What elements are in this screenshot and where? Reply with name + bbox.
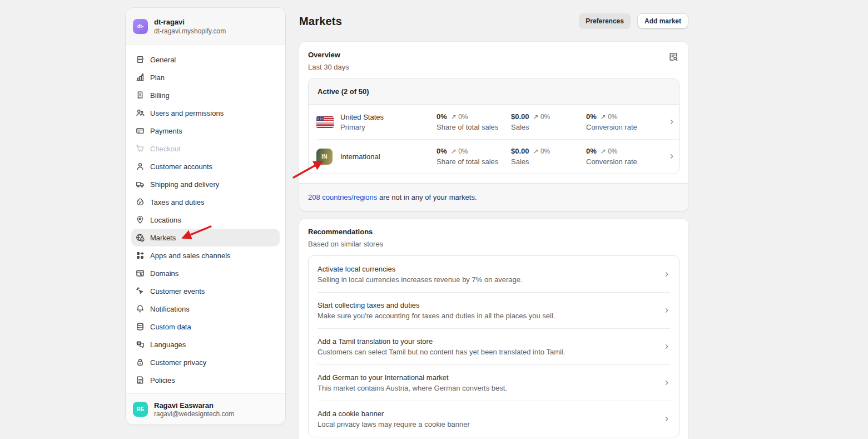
conversion-delta: ↗ 0% — [601, 113, 618, 121]
sidebar-item-label: Languages — [150, 341, 186, 349]
row-chevron — [663, 307, 670, 314]
sidebar-item-shipping-and-delivery[interactable]: Shipping and delivery — [131, 175, 280, 193]
user-name: Ragavi Easwaran — [154, 401, 234, 410]
bell-icon — [136, 304, 145, 313]
database-icon — [136, 322, 145, 331]
recommendations-subtitle: Based on similar stores — [308, 240, 679, 248]
sidebar-item-domains[interactable]: Domains — [131, 264, 280, 282]
sidebar-item-locations[interactable]: Locations — [131, 211, 280, 229]
credit-card-icon — [136, 126, 145, 135]
lock-icon — [136, 358, 145, 367]
recommendation-title: Add German to your International market — [318, 373, 507, 382]
sidebar-item-billing[interactable]: $Billing — [131, 86, 280, 104]
cursor-click-icon — [136, 287, 145, 295]
us-flag-icon — [316, 116, 334, 128]
sidebar-item-notifications[interactable]: Notifications — [131, 300, 280, 318]
sales-value: $0.00 — [511, 147, 529, 155]
user-avatar: RE — [133, 402, 148, 417]
sidebar-item-label: Domains — [150, 269, 178, 278]
add-market-button[interactable]: Add market — [637, 13, 688, 29]
row-chevron — [663, 379, 670, 386]
search-list-icon — [668, 52, 678, 62]
trend-up-icon: ↗ — [533, 147, 539, 155]
recommendation-description: This market contains Austria, where Germ… — [318, 384, 507, 392]
store-header: dt- dt-ragavi dt-ragavi.myshopify.com — [126, 8, 285, 45]
recommendation-activate-local-currencies[interactable]: Activate local currenciesSelling in loca… — [309, 256, 679, 292]
apps-grid-icon — [136, 251, 145, 260]
share-delta: ↗ 0% — [451, 147, 468, 155]
overview-heading: Overview Last 30 days — [308, 51, 349, 71]
recommendation-start-collecting-taxes-and-duties[interactable]: Start collecting taxes and dutiesMake su… — [309, 292, 679, 328]
users-icon — [136, 108, 145, 117]
person-icon — [136, 162, 145, 171]
recommendation-add-a-tamil-translation-to-your-store[interactable]: Add a Tamil translation to your storeCus… — [309, 328, 679, 364]
recommendation-title: Add a Tamil translation to your store — [318, 337, 565, 346]
store-domain: dt-ragavi.myshopify.com — [154, 27, 226, 35]
sidebar-item-label: Notifications — [150, 305, 190, 313]
recommendation-text: Add a cookie bannerLocal privacy laws ma… — [318, 410, 470, 428]
market-name-block: United StatesPrimary — [340, 113, 437, 131]
conversion-stat: 0%↗ 0%Conversion rate — [586, 147, 668, 166]
sidebar-item-label: Customer accounts — [150, 162, 212, 171]
market-row-united-states[interactable]: United StatesPrimary0%↗ 0%Share of total… — [309, 105, 679, 139]
sidebar-item-general[interactable]: General — [131, 51, 280, 68]
sidebar-item-custom-data[interactable]: Custom data — [131, 318, 280, 336]
chevron-right-icon — [663, 343, 670, 350]
sidebar-item-label: Customer privacy — [150, 358, 206, 367]
sidebar-item-customer-events[interactable]: Customer events — [131, 282, 280, 300]
recommendation-add-a-cookie-banner[interactable]: Add a cookie bannerLocal privacy laws ma… — [309, 401, 679, 437]
svg-text:$: $ — [139, 93, 141, 97]
market-name: United States — [340, 113, 437, 121]
inspect-markets-button[interactable] — [667, 51, 679, 63]
conversion-value: 0% — [586, 147, 597, 155]
countries-regions-link[interactable]: 208 countries/regions — [308, 193, 377, 201]
sidebar-item-users-and-permissions[interactable]: Users and permissions — [131, 104, 280, 122]
overview-card-footer: 208 countries/regions are not in any of … — [299, 183, 688, 211]
sidebar-item-label: Markets — [150, 234, 176, 242]
row-chevron — [668, 119, 675, 125]
sidebar-item-taxes-and-duties[interactable]: Taxes and duties — [131, 193, 280, 211]
chevron-right-icon — [663, 379, 670, 386]
recommendation-description: Customers can select Tamil but no conten… — [318, 348, 565, 356]
store-avatar: dt- — [133, 19, 148, 34]
sales-value: $0.00 — [511, 112, 529, 121]
recommendation-text: Add German to your International marketT… — [318, 373, 507, 392]
map-pin-icon — [136, 215, 145, 224]
sidebar-item-payments[interactable]: Payments — [131, 122, 280, 140]
recommendation-add-german-to-your-international-market[interactable]: Add German to your International marketT… — [309, 364, 679, 401]
sidebar-item-policies[interactable]: Policies — [131, 371, 280, 389]
row-chevron — [663, 416, 670, 422]
sidebar-item-label: Plan — [150, 73, 165, 82]
truck-icon — [136, 180, 145, 189]
sidebar-item-plan[interactable]: Plan — [131, 68, 280, 86]
preferences-button[interactable]: Preferences — [579, 13, 631, 29]
chevron-right-icon — [668, 153, 675, 160]
recommendations-card: Recommendations Based on similar stores … — [299, 219, 688, 439]
recommendation-description: Local privacy laws may require a cookie … — [318, 420, 470, 428]
international-market-badge: IN — [316, 149, 333, 165]
policy-doc-icon — [136, 376, 145, 384]
sidebar-item-customer-accounts[interactable]: Customer accounts — [131, 157, 280, 175]
recommendation-text: Activate local currenciesSelling in loca… — [318, 265, 523, 284]
sidebar-item-markets[interactable]: $Markets — [131, 229, 280, 246]
active-markets-table: Active (2 of 50) United StatesPrimary0%↗… — [308, 78, 679, 174]
sidebar-item-label: Policies — [150, 376, 175, 384]
sidebar-item-checkout[interactable]: Checkout — [131, 140, 280, 157]
conversion-label: Conversion rate — [586, 123, 668, 131]
trend-up-icon: ↗ — [533, 113, 539, 121]
share-delta: ↗ 0% — [451, 113, 468, 121]
recommendation-title: Activate local currencies — [318, 265, 523, 273]
sidebar-item-label: Billing — [150, 91, 170, 100]
cart-icon — [136, 144, 145, 153]
market-rows: United StatesPrimary0%↗ 0%Share of total… — [309, 105, 679, 174]
plan-chart-icon — [136, 73, 145, 82]
sidebar-item-apps-and-sales-channels[interactable]: Apps and sales channels — [131, 246, 280, 264]
countries-footer-text: are not in any of your markets. — [377, 193, 477, 201]
translate-icon: A — [136, 340, 145, 349]
sidebar-item-customer-privacy[interactable]: Customer privacy — [131, 353, 280, 371]
market-row-international[interactable]: INInternational0%↗ 0%Share of total sale… — [309, 139, 679, 174]
row-chevron — [663, 343, 670, 350]
sidebar-item-languages[interactable]: ALanguages — [131, 336, 280, 353]
sidebar-item-label: Apps and sales channels — [150, 251, 231, 260]
user-account-footer[interactable]: RE Ragavi Easwaran ragavi@wedesigntech.c… — [126, 393, 285, 425]
